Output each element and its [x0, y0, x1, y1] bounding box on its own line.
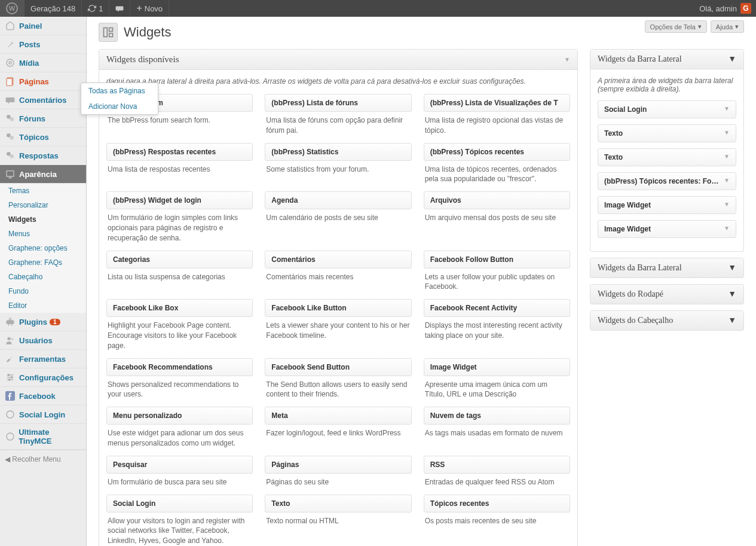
menu-facebook[interactable]: Facebook	[0, 387, 86, 405]
widget-title[interactable]: Image Widget	[424, 358, 570, 376]
submenu-themes[interactable]: Temas	[0, 184, 86, 198]
menu-topics[interactable]: Tópicos	[0, 128, 86, 147]
refresh[interactable]: 1	[82, 0, 109, 17]
submenu-graphene-options[interactable]: Graphene: opções	[0, 241, 86, 255]
submenu-header[interactable]: Cabeçalho	[0, 270, 86, 284]
svg-point-21	[7, 433, 14, 440]
menu-pages[interactable]: Páginas	[0, 72, 86, 91]
menu-users[interactable]: Usuários	[0, 331, 86, 350]
menu-posts[interactable]: Posts	[0, 35, 86, 54]
placed-widget[interactable]: Texto▼	[598, 148, 736, 166]
available-widget: PáginasPáginas do seu site	[265, 456, 411, 487]
placed-widget[interactable]: (bbPress) Tópicos recentes: Forum▼	[598, 172, 736, 190]
widget-title[interactable]: Facebook Follow Button	[424, 251, 570, 269]
submenu-graphene-faqs[interactable]: Graphene: FAQs	[0, 255, 86, 270]
widget-desc: Highlight your Facebook Page content. En…	[106, 317, 253, 350]
flyout-add-new[interactable]: Adicionar Nova	[81, 99, 158, 114]
sidebar-area-1: Widgets da Barra Lateral ▼ A primeira ár…	[590, 49, 744, 252]
menu-plugins[interactable]: Plugins 1	[0, 313, 86, 331]
placed-widget[interactable]: Image Widget▼	[598, 196, 736, 214]
available-widgets-desc: daqui para a barra lateral à direita par…	[106, 77, 570, 86]
widget-title[interactable]: (bbPress) Tópicos recentes	[424, 143, 570, 161]
sidebar-area-header[interactable]: Widgets da Barra Lateral ▼	[590, 258, 743, 277]
sidebar-area-header[interactable]: Widgets do Cabeçalho ▼	[590, 311, 743, 330]
widget-title[interactable]: (bbPress) Lista de fóruns	[265, 94, 411, 112]
widget-title[interactable]: (bbPress) Respostas recentes	[106, 143, 253, 161]
widget-title[interactable]: Tópicos recentes	[424, 495, 570, 513]
placed-widget[interactable]: Image Widget▼	[598, 220, 736, 238]
widget-desc: Páginas do seu site	[265, 474, 411, 487]
submenu-editor[interactable]: Editor	[0, 298, 86, 313]
screen-options-button[interactable]: Opções de Tela ▾	[645, 20, 707, 33]
menu-tools[interactable]: Ferramentas	[0, 350, 86, 368]
help-button[interactable]: Ajuda ▾	[711, 20, 744, 33]
widget-title[interactable]: Facebook Send Button	[265, 358, 411, 376]
menu-appearance[interactable]: Aparência	[0, 165, 86, 184]
flyout-all-pages[interactable]: Todas as Páginas	[81, 83, 158, 99]
available-widget: TextoTexto normal ou HTML	[265, 495, 411, 546]
comments-toolbar[interactable]	[109, 0, 130, 17]
available-widget: CategoriasLista ou lista suspensa de cat…	[106, 251, 253, 292]
available-widget: RSSEntradas de qualquer feed RSS ou Atom	[424, 456, 570, 487]
tinymce-icon	[5, 431, 15, 442]
widget-title[interactable]: Agenda	[265, 191, 411, 209]
sidebar-area-2: Widgets da Barra Lateral ▼	[590, 258, 744, 278]
widget-desc: Lista ou lista suspensa de categorias	[106, 269, 253, 282]
svg-rect-22	[104, 28, 108, 37]
widget-title[interactable]: (bbPress) Lista de Visualizações de T	[424, 94, 570, 112]
svg-point-18	[8, 379, 10, 381]
svg-point-17	[11, 377, 13, 379]
content: Widgets Widgets disponíveis ▼ daqui para…	[87, 17, 756, 546]
sidebar-area-header[interactable]: Widgets da Barra Lateral ▼	[590, 50, 743, 69]
widget-title[interactable]: Texto	[265, 495, 411, 513]
available-widgets-header[interactable]: Widgets disponíveis ▼	[99, 50, 577, 70]
available-widget: (bbPress) StatisticsSome statistics from…	[265, 143, 411, 185]
widget-title[interactable]: Facebook Recommendations	[106, 358, 253, 376]
widget-title[interactable]: Nuvem de tags	[424, 407, 570, 425]
menu-settings[interactable]: Configurações	[0, 368, 86, 387]
menu-comments[interactable]: Comentários	[0, 91, 86, 109]
menu-dashboard[interactable]: Painel	[0, 17, 86, 35]
menu-media[interactable]: Mídia	[0, 54, 86, 72]
widget-desc: Entradas de qualquer feed RSS ou Atom	[424, 474, 570, 487]
available-widget: Facebook Follow ButtonLets a user follow…	[424, 251, 570, 292]
placed-widget[interactable]: Social Login▼	[598, 100, 736, 118]
menu-ultimate-tinymce[interactable]: Ultimate TinyMCE	[0, 424, 86, 450]
placed-widget[interactable]: Texto▼	[598, 124, 736, 142]
submenu-background[interactable]: Fundo	[0, 284, 86, 298]
widget-title[interactable]: Páginas	[265, 456, 411, 474]
widget-title[interactable]: Facebook Like Button	[265, 299, 411, 317]
wp-logo[interactable]: W	[0, 0, 25, 17]
sidebar-area-header[interactable]: Widgets do Rodapé ▼	[590, 285, 743, 304]
menu-social-login[interactable]: Social Login	[0, 405, 86, 424]
widget-title[interactable]: Facebook Like Box	[106, 299, 253, 317]
placed-widget-label: Texto	[604, 129, 623, 138]
plugin-icon	[5, 316, 16, 327]
widget-title[interactable]: (bbPress) Widget de login	[106, 191, 253, 209]
avatar[interactable]: G	[740, 3, 751, 14]
menu-replies[interactable]: Respostas	[0, 147, 86, 165]
help-label: Ajuda	[716, 23, 733, 30]
submenu-menus[interactable]: Menus	[0, 227, 86, 241]
widget-title[interactable]: Meta	[265, 407, 411, 425]
collapse-menu[interactable]: ◀ Recolher Menu	[0, 450, 86, 468]
widget-title[interactable]: Facebook Recent Activity	[424, 299, 570, 317]
svg-point-20	[7, 411, 14, 418]
widget-title[interactable]: Categorias	[106, 251, 253, 269]
submenu-customize[interactable]: Personalizar	[0, 198, 86, 212]
widget-title[interactable]: Arquivos	[424, 191, 570, 209]
greeting[interactable]: Olá, admin	[699, 4, 737, 13]
submenu-widgets[interactable]: Widgets	[0, 212, 86, 227]
widget-title[interactable]: Menu personalizado	[106, 407, 253, 425]
chevron-down-icon: ▼	[728, 263, 736, 273]
widget-title[interactable]: Comentários	[265, 251, 411, 269]
new-content[interactable]: + Novo	[130, 0, 169, 17]
widget-title[interactable]: Pesquisar	[106, 456, 253, 474]
svg-rect-10	[7, 171, 14, 176]
widget-title[interactable]: (bbPress) Statistics	[265, 143, 411, 161]
media-icon	[5, 57, 16, 68]
menu-forums[interactable]: Fóruns	[0, 109, 86, 128]
site-name[interactable]: Geração 148	[25, 0, 82, 17]
widget-title[interactable]: Social Login	[106, 495, 253, 513]
widget-title[interactable]: RSS	[424, 456, 570, 474]
